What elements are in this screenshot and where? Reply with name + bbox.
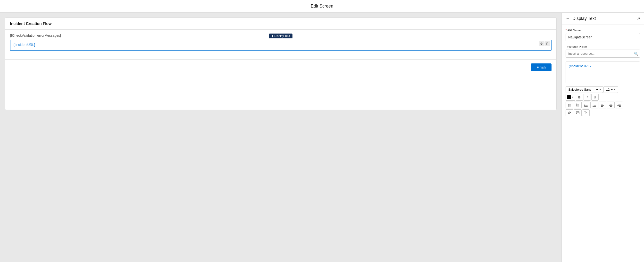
canvas-area: Incident Creation Flow {!CheckValidation… bbox=[0, 13, 562, 262]
svg-rect-3 bbox=[569, 105, 571, 106]
color-chevron: ▼ bbox=[572, 96, 574, 98]
indent-increase-button[interactable] bbox=[582, 102, 590, 108]
svg-rect-26 bbox=[609, 104, 612, 104]
main-layout: Incident Creation Flow {!CheckValidation… bbox=[0, 13, 644, 262]
clear-format-button[interactable]: T× bbox=[582, 109, 590, 116]
screen-body: {!CheckValidation.errorMessages} ▮ Displ… bbox=[5, 30, 556, 55]
svg-rect-22 bbox=[601, 104, 604, 104]
svg-rect-1 bbox=[569, 104, 571, 105]
font-family-select-wrapper: Salesforce Sans Arial Times New Roman ▼ bbox=[566, 86, 603, 93]
align-right-button[interactable] bbox=[615, 102, 623, 108]
svg-point-2 bbox=[568, 105, 569, 106]
svg-rect-27 bbox=[610, 105, 612, 105]
display-text-component[interactable]: ⊹ 🗑 {!IncidentURL} bbox=[10, 40, 552, 51]
panel-header: ← Display Text ↗ bbox=[562, 13, 644, 25]
bullet-list-button[interactable] bbox=[566, 102, 573, 108]
align-left-button[interactable] bbox=[598, 102, 606, 108]
font-family-chevron: ▼ bbox=[599, 89, 601, 91]
back-button[interactable]: ← bbox=[566, 16, 570, 21]
italic-button[interactable]: I bbox=[584, 94, 591, 101]
svg-rect-12 bbox=[584, 104, 588, 104]
page-header: Edit Screen bbox=[0, 0, 644, 13]
svg-rect-14 bbox=[585, 106, 588, 106]
search-icon: 🔍 bbox=[634, 52, 638, 56]
panel-title: Display Text bbox=[572, 16, 596, 21]
screen-title: Incident Creation Flow bbox=[5, 18, 556, 30]
resource-picker-label: Resource Picker bbox=[566, 45, 640, 49]
color-swatch bbox=[567, 95, 571, 99]
rich-text-area[interactable]: {!IncidentURL} bbox=[566, 62, 640, 83]
insert-link-button[interactable] bbox=[566, 109, 573, 116]
svg-rect-20 bbox=[592, 106, 596, 107]
svg-rect-19 bbox=[594, 106, 596, 106]
panel-header-left: ← Display Text bbox=[566, 16, 596, 21]
display-text-label-tag: ▮ Display Text bbox=[269, 34, 292, 38]
svg-rect-32 bbox=[617, 106, 621, 106]
finish-button[interactable]: Finish bbox=[531, 63, 552, 71]
resource-picker-group: Resource Picker 🔍 bbox=[566, 45, 640, 58]
api-name-field-group: * API Name bbox=[566, 29, 640, 41]
indent-decrease-button[interactable] bbox=[590, 102, 598, 108]
font-size-select[interactable]: 12 10 14 16 18 24 bbox=[605, 88, 614, 92]
svg-rect-23 bbox=[601, 105, 603, 105]
align-center-button[interactable] bbox=[607, 102, 615, 108]
svg-point-0 bbox=[568, 104, 569, 105]
svg-rect-9 bbox=[577, 105, 579, 106]
svg-rect-7 bbox=[577, 104, 579, 105]
svg-point-36 bbox=[577, 112, 577, 113]
font-family-select[interactable]: Salesforce Sans Arial Times New Roman bbox=[567, 88, 599, 92]
svg-rect-11 bbox=[577, 106, 579, 106]
api-name-label: * API Name bbox=[566, 29, 640, 32]
resource-picker-input-wrap: 🔍 bbox=[566, 50, 640, 58]
display-text-label-icon: ▮ bbox=[272, 34, 273, 38]
api-name-label-text: API Name bbox=[567, 29, 581, 32]
format-toolbar: Salesforce Sans Arial Times New Roman ▼ … bbox=[566, 86, 640, 116]
text-color-button[interactable]: ▼ bbox=[566, 94, 575, 101]
numbered-list-button[interactable]: 1.2.3. bbox=[574, 102, 582, 108]
bold-button[interactable]: B bbox=[576, 94, 583, 101]
resource-picker-input[interactable] bbox=[566, 50, 640, 58]
svg-rect-25 bbox=[601, 106, 603, 107]
svg-text:3.: 3. bbox=[576, 105, 577, 107]
underline-button[interactable]: U bbox=[591, 94, 598, 101]
display-text-component-wrapper: ▮ Display Text ⊹ 🗑 {!IncidentURL} bbox=[10, 40, 552, 51]
display-text-label-text: Display Text bbox=[274, 34, 290, 38]
toolbar-row-font: Salesforce Sans Arial Times New Roman ▼ … bbox=[566, 86, 640, 93]
font-size-chevron: ▼ bbox=[614, 89, 616, 91]
svg-point-4 bbox=[568, 106, 569, 107]
insert-image-button[interactable] bbox=[574, 109, 582, 116]
svg-rect-24 bbox=[601, 106, 604, 106]
delete-component-button[interactable]: 🗑 bbox=[544, 41, 550, 46]
finish-row: Finish bbox=[5, 59, 556, 75]
svg-marker-16 bbox=[584, 105, 585, 106]
svg-rect-5 bbox=[569, 106, 571, 106]
svg-rect-28 bbox=[609, 106, 612, 106]
api-name-required: * bbox=[566, 29, 567, 32]
svg-rect-15 bbox=[584, 106, 588, 107]
expand-button[interactable]: ↗ bbox=[637, 16, 640, 21]
svg-rect-17 bbox=[592, 104, 596, 104]
toolbar-row-style: ▼ B I U bbox=[566, 94, 640, 101]
svg-rect-31 bbox=[618, 105, 621, 105]
page-title: Edit Screen bbox=[311, 4, 333, 9]
right-panel: ← Display Text ↗ * API Name Resource Pic… bbox=[562, 13, 644, 262]
svg-marker-21 bbox=[592, 105, 593, 106]
svg-rect-30 bbox=[617, 104, 621, 104]
toolbar-row-misc: T× bbox=[566, 109, 640, 116]
screen-container: Incident Creation Flow {!CheckValidation… bbox=[5, 18, 556, 110]
toolbar-row-lists: 1.2.3. bbox=[566, 102, 640, 108]
svg-rect-18 bbox=[594, 105, 596, 105]
svg-rect-29 bbox=[610, 106, 612, 107]
panel-body: * API Name Resource Picker 🔍 {!IncidentU… bbox=[562, 25, 644, 262]
api-name-input[interactable] bbox=[566, 33, 640, 41]
display-text-content: {!IncidentURL} bbox=[10, 40, 551, 50]
svg-rect-13 bbox=[585, 105, 588, 105]
display-text-controls: ⊹ 🗑 bbox=[539, 41, 550, 46]
move-component-button[interactable]: ⊹ bbox=[539, 41, 544, 46]
svg-rect-33 bbox=[619, 106, 621, 107]
font-size-select-wrapper: 12 10 14 16 18 24 ▼ bbox=[604, 86, 618, 93]
